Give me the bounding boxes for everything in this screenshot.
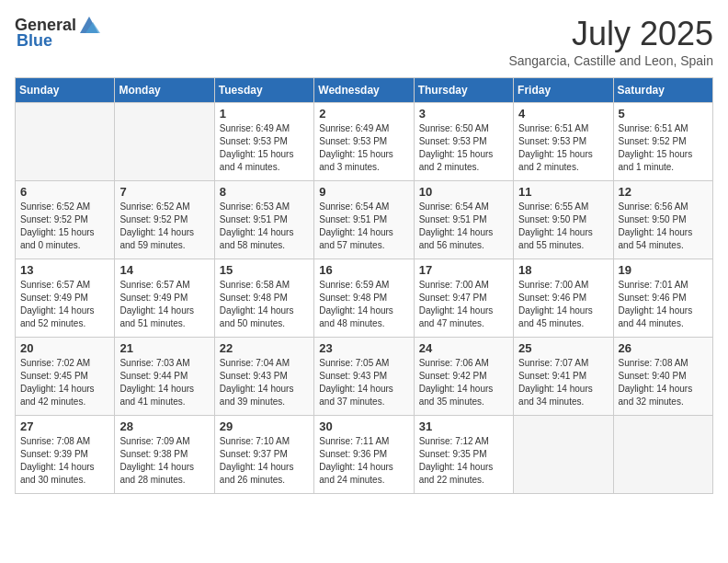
day-info: Sunrise: 6:57 AM Sunset: 9:49 PM Dayligh… bbox=[20, 279, 109, 330]
day-info: Sunrise: 7:10 AM Sunset: 9:37 PM Dayligh… bbox=[220, 435, 309, 487]
day-info: Sunrise: 6:53 AM Sunset: 9:51 PM Dayligh… bbox=[220, 201, 309, 252]
day-info: Sunrise: 7:06 AM Sunset: 9:42 PM Dayligh… bbox=[419, 357, 508, 408]
day-number: 1 bbox=[220, 107, 309, 121]
day-info: Sunrise: 6:49 AM Sunset: 9:53 PM Dayligh… bbox=[319, 122, 408, 174]
calendar-cell: 12Sunrise: 6:56 AM Sunset: 9:50 PM Dayli… bbox=[613, 181, 712, 259]
day-info: Sunrise: 7:08 AM Sunset: 9:39 PM Dayligh… bbox=[20, 435, 109, 487]
day-number: 25 bbox=[518, 341, 608, 355]
day-info: Sunrise: 6:54 AM Sunset: 9:51 PM Dayligh… bbox=[419, 201, 508, 252]
day-number: 15 bbox=[220, 263, 309, 277]
day-info: Sunrise: 6:49 AM Sunset: 9:53 PM Dayligh… bbox=[220, 122, 309, 174]
calendar-week-row: 27Sunrise: 7:08 AM Sunset: 9:39 PM Dayli… bbox=[16, 416, 713, 494]
calendar-cell: 3Sunrise: 6:50 AM Sunset: 9:53 PM Daylig… bbox=[414, 103, 513, 181]
day-info: Sunrise: 6:51 AM Sunset: 9:52 PM Dayligh… bbox=[619, 122, 708, 174]
day-info: Sunrise: 6:57 AM Sunset: 9:49 PM Dayligh… bbox=[119, 279, 209, 330]
day-info: Sunrise: 6:54 AM Sunset: 9:51 PM Dayligh… bbox=[319, 201, 408, 252]
day-number: 27 bbox=[20, 419, 109, 433]
calendar-cell: 8Sunrise: 6:53 AM Sunset: 9:51 PM Daylig… bbox=[214, 181, 313, 259]
weekday-header-sunday: Sunday bbox=[16, 78, 115, 103]
day-info: Sunrise: 7:03 AM Sunset: 9:44 PM Dayligh… bbox=[119, 357, 209, 408]
day-info: Sunrise: 7:07 AM Sunset: 9:41 PM Dayligh… bbox=[518, 357, 608, 408]
calendar-cell: 4Sunrise: 6:51 AM Sunset: 9:53 PM Daylig… bbox=[514, 103, 613, 181]
calendar-cell: 31Sunrise: 7:12 AM Sunset: 9:35 PM Dayli… bbox=[414, 416, 513, 494]
calendar-cell: 29Sunrise: 7:10 AM Sunset: 9:37 PM Dayli… bbox=[214, 416, 313, 494]
calendar-cell: 1Sunrise: 6:49 AM Sunset: 9:53 PM Daylig… bbox=[214, 103, 313, 181]
calendar-table: SundayMondayTuesdayWednesdayThursdayFrid… bbox=[15, 77, 713, 494]
day-number: 22 bbox=[220, 341, 309, 355]
calendar-cell: 17Sunrise: 7:00 AM Sunset: 9:47 PM Dayli… bbox=[414, 259, 513, 338]
weekday-header-saturday: Saturday bbox=[613, 78, 712, 103]
location-subtitle: Sangarcia, Castille and Leon, Spain bbox=[508, 53, 713, 68]
weekday-header-row: SundayMondayTuesdayWednesdayThursdayFrid… bbox=[16, 78, 713, 103]
day-number: 20 bbox=[20, 341, 109, 355]
day-number: 5 bbox=[619, 107, 708, 121]
logo: General Blue bbox=[15, 15, 102, 51]
day-info: Sunrise: 7:12 AM Sunset: 9:35 PM Dayligh… bbox=[419, 435, 508, 487]
calendar-cell: 13Sunrise: 6:57 AM Sunset: 9:49 PM Dayli… bbox=[16, 259, 115, 338]
day-info: Sunrise: 6:51 AM Sunset: 9:53 PM Dayligh… bbox=[518, 122, 608, 174]
day-info: Sunrise: 7:02 AM Sunset: 9:45 PM Dayligh… bbox=[20, 357, 109, 408]
day-number: 7 bbox=[119, 185, 209, 199]
calendar-cell: 25Sunrise: 7:07 AM Sunset: 9:41 PM Dayli… bbox=[514, 338, 613, 416]
day-number: 9 bbox=[319, 185, 408, 199]
day-number: 29 bbox=[220, 419, 309, 433]
calendar-cell: 27Sunrise: 7:08 AM Sunset: 9:39 PM Dayli… bbox=[16, 416, 115, 494]
day-number: 3 bbox=[419, 107, 508, 121]
day-number: 17 bbox=[419, 263, 508, 277]
calendar-cell: 6Sunrise: 6:52 AM Sunset: 9:52 PM Daylig… bbox=[16, 181, 115, 259]
day-number: 28 bbox=[119, 419, 209, 433]
weekday-header-friday: Friday bbox=[514, 78, 613, 103]
calendar-cell: 22Sunrise: 7:04 AM Sunset: 9:43 PM Dayli… bbox=[214, 338, 313, 416]
logo-text-blue: Blue bbox=[17, 31, 52, 51]
calendar-cell bbox=[16, 103, 115, 181]
day-number: 12 bbox=[619, 185, 708, 199]
calendar-cell: 15Sunrise: 6:58 AM Sunset: 9:48 PM Dayli… bbox=[214, 259, 313, 338]
day-info: Sunrise: 7:01 AM Sunset: 9:46 PM Dayligh… bbox=[619, 279, 708, 330]
calendar-cell: 11Sunrise: 6:55 AM Sunset: 9:50 PM Dayli… bbox=[514, 181, 613, 259]
day-info: Sunrise: 7:00 AM Sunset: 9:46 PM Dayligh… bbox=[518, 279, 608, 330]
logo-icon bbox=[76, 15, 102, 35]
day-number: 24 bbox=[419, 341, 508, 355]
day-number: 2 bbox=[319, 107, 408, 121]
calendar-week-row: 1Sunrise: 6:49 AM Sunset: 9:53 PM Daylig… bbox=[16, 103, 713, 181]
weekday-header-wednesday: Wednesday bbox=[314, 78, 414, 103]
day-info: Sunrise: 6:52 AM Sunset: 9:52 PM Dayligh… bbox=[119, 201, 209, 252]
calendar-cell: 23Sunrise: 7:05 AM Sunset: 9:43 PM Dayli… bbox=[314, 338, 414, 416]
day-number: 19 bbox=[619, 263, 708, 277]
calendar-week-row: 6Sunrise: 6:52 AM Sunset: 9:52 PM Daylig… bbox=[16, 181, 713, 259]
day-number: 23 bbox=[319, 341, 408, 355]
calendar-cell: 30Sunrise: 7:11 AM Sunset: 9:36 PM Dayli… bbox=[314, 416, 414, 494]
day-number: 8 bbox=[220, 185, 309, 199]
calendar-cell: 9Sunrise: 6:54 AM Sunset: 9:51 PM Daylig… bbox=[314, 181, 414, 259]
day-number: 14 bbox=[119, 263, 209, 277]
day-number: 30 bbox=[319, 419, 408, 433]
calendar-week-row: 13Sunrise: 6:57 AM Sunset: 9:49 PM Dayli… bbox=[16, 259, 713, 338]
calendar-cell: 5Sunrise: 6:51 AM Sunset: 9:52 PM Daylig… bbox=[613, 103, 712, 181]
page-header: General Blue July 2025 Sangarcia, Castil… bbox=[15, 15, 713, 68]
day-info: Sunrise: 6:55 AM Sunset: 9:50 PM Dayligh… bbox=[518, 201, 608, 252]
calendar-cell bbox=[613, 416, 712, 494]
day-number: 21 bbox=[119, 341, 209, 355]
day-info: Sunrise: 7:05 AM Sunset: 9:43 PM Dayligh… bbox=[319, 357, 408, 408]
day-info: Sunrise: 6:50 AM Sunset: 9:53 PM Dayligh… bbox=[419, 122, 508, 174]
calendar-cell: 2Sunrise: 6:49 AM Sunset: 9:53 PM Daylig… bbox=[314, 103, 414, 181]
calendar-cell: 7Sunrise: 6:52 AM Sunset: 9:52 PM Daylig… bbox=[115, 181, 214, 259]
day-number: 16 bbox=[319, 263, 408, 277]
day-info: Sunrise: 7:09 AM Sunset: 9:38 PM Dayligh… bbox=[119, 435, 209, 487]
calendar-cell: 24Sunrise: 7:06 AM Sunset: 9:42 PM Dayli… bbox=[414, 338, 513, 416]
calendar-cell: 20Sunrise: 7:02 AM Sunset: 9:45 PM Dayli… bbox=[16, 338, 115, 416]
title-block: July 2025 Sangarcia, Castille and Leon, … bbox=[508, 15, 713, 68]
day-info: Sunrise: 7:00 AM Sunset: 9:47 PM Dayligh… bbox=[419, 279, 508, 330]
day-info: Sunrise: 7:08 AM Sunset: 9:40 PM Dayligh… bbox=[619, 357, 708, 408]
weekday-header-thursday: Thursday bbox=[414, 78, 513, 103]
calendar-cell: 14Sunrise: 6:57 AM Sunset: 9:49 PM Dayli… bbox=[115, 259, 214, 338]
day-number: 13 bbox=[20, 263, 109, 277]
calendar-cell: 19Sunrise: 7:01 AM Sunset: 9:46 PM Dayli… bbox=[613, 259, 712, 338]
calendar-week-row: 20Sunrise: 7:02 AM Sunset: 9:45 PM Dayli… bbox=[16, 338, 713, 416]
weekday-header-tuesday: Tuesday bbox=[214, 78, 313, 103]
calendar-cell bbox=[514, 416, 613, 494]
day-number: 6 bbox=[20, 185, 109, 199]
calendar-cell: 28Sunrise: 7:09 AM Sunset: 9:38 PM Dayli… bbox=[115, 416, 214, 494]
calendar-cell bbox=[115, 103, 214, 181]
day-number: 26 bbox=[619, 341, 708, 355]
